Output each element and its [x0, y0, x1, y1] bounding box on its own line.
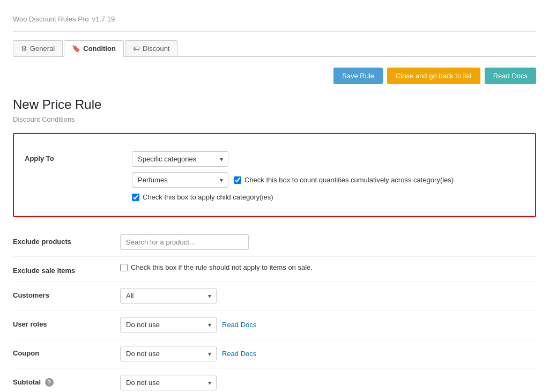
apply-to-sub: Perfumes Clothing Electronics Check this… [132, 172, 524, 188]
exclude-sale-items-label: Exclude sale items [13, 263, 120, 275]
app-title: Woo Discount Rules Pro v1.7.19 [13, 11, 536, 32]
coupon-select[interactable]: Do not use Specific coupon [120, 346, 217, 361]
apply-to-select-wrap: All products Specific categories Specifi… [132, 151, 228, 167]
coupon-select-wrap: Do not use Specific coupon [120, 346, 217, 361]
cumulative-checkbox[interactable] [234, 176, 241, 184]
subtotal-row: Subtotal ? Do not use Greater than Less … [13, 368, 536, 392]
action-bar: Save Rule Close and go back to list Read… [13, 68, 536, 84]
app-version: v1.7.19 [92, 15, 115, 23]
child-category-text: Check this box to apply child category(i… [143, 193, 273, 201]
subtotal-help-icon[interactable]: ? [45, 378, 54, 387]
app-name: Woo Discount Rules Pro [13, 15, 88, 23]
subtotal-control: Do not use Greater than Less than Betwee… [120, 375, 536, 390]
page-heading: New Price Rule [13, 97, 536, 112]
condition-icon: 🔖 [72, 45, 80, 53]
tab-condition[interactable]: 🔖 Condition [64, 40, 124, 57]
user-roles-label: User roles [13, 317, 120, 328]
customers-select-wrap: All Specific customers Customer roles [120, 288, 217, 304]
tab-general[interactable]: ⚙ General [13, 40, 63, 56]
apply-to-label: Apply To [25, 151, 132, 162]
exclude-sale-checkbox-label[interactable]: Check this box if the rule should not ap… [120, 263, 536, 271]
cumulative-checkbox-label[interactable]: Check this box to count quantities cumul… [234, 176, 454, 184]
user-roles-select-wrap: Do not use Administrator Editor Subscrib… [120, 317, 217, 332]
exclude-products-control [120, 234, 536, 250]
child-category-checkbox-label[interactable]: Check this box to apply child category(i… [132, 193, 524, 201]
apply-to-control: All products Specific categories Specifi… [132, 151, 524, 201]
exclude-products-label: Exclude products [13, 234, 120, 246]
customers-select[interactable]: All Specific customers Customer roles [120, 288, 217, 304]
exclude-sale-checkbox[interactable] [120, 264, 128, 271]
coupon-row: Coupon Do not use Specific coupon Read D… [13, 339, 536, 368]
coupon-control: Do not use Specific coupon Read Docs [120, 346, 536, 361]
tab-condition-label: Condition [83, 45, 116, 53]
subtotal-select-wrap: Do not use Greater than Less than Betwee… [120, 375, 217, 390]
coupon-label: Coupon [13, 346, 120, 357]
customers-row: Customers All Specific customers Custome… [13, 282, 536, 310]
apply-to-dropdown-wrap: All products Specific categories Specifi… [132, 151, 524, 167]
apply-to-row: Apply To All products Specific categorie… [25, 145, 524, 208]
cumulative-checkbox-text: Check this box to count quantities cumul… [244, 176, 454, 184]
read-docs-button[interactable]: Read Docs [485, 68, 536, 84]
apply-to-section: Apply To All products Specific categorie… [13, 133, 536, 217]
discount-icon: 🏷 [133, 45, 140, 53]
apply-to-select[interactable]: All products Specific categories Specifi… [132, 151, 228, 167]
tab-discount[interactable]: 🏷 Discount [125, 40, 178, 56]
close-back-button[interactable]: Close and go back to list [387, 68, 480, 84]
tab-general-label: General [30, 45, 55, 53]
page-wrapper: Woo Discount Rules Pro v1.7.19 ⚙ General… [0, 0, 549, 392]
customers-label: Customers [13, 288, 120, 299]
category-select-wrap: Perfumes Clothing Electronics [132, 172, 228, 188]
user-roles-select[interactable]: Do not use Administrator Editor Subscrib… [120, 317, 217, 332]
child-category-checkbox[interactable] [132, 194, 139, 201]
exclude-products-input[interactable] [120, 234, 249, 250]
category-select[interactable]: Perfumes Clothing Electronics [132, 172, 228, 188]
customers-control: All Specific customers Customer roles [120, 288, 536, 304]
user-roles-read-docs[interactable]: Read Docs [222, 321, 256, 329]
exclude-products-row: Exclude products [13, 228, 536, 257]
child-category-row: Check this box to apply child category(i… [132, 193, 524, 201]
subtotal-label: Subtotal ? [13, 375, 120, 387]
coupon-read-docs[interactable]: Read Docs [222, 350, 256, 358]
subtotal-select[interactable]: Do not use Greater than Less than Betwee… [120, 375, 217, 390]
save-rule-button[interactable]: Save Rule [333, 68, 383, 84]
subtotal-label-text: Subtotal [13, 378, 41, 386]
user-roles-control: Do not use Administrator Editor Subscrib… [120, 317, 536, 332]
user-roles-row: User roles Do not use Administrator Edit… [13, 310, 536, 339]
tab-discount-label: Discount [143, 45, 170, 53]
exclude-sale-items-row: Exclude sale items Check this box if the… [13, 257, 536, 282]
general-icon: ⚙ [21, 45, 27, 53]
section-label: Discount Conditions [13, 115, 536, 123]
exclude-sale-text: Check this box if the rule should not ap… [131, 263, 313, 271]
tabs-bar: ⚙ General 🔖 Condition 🏷 Discount [13, 40, 536, 57]
exclude-sale-items-control: Check this box if the rule should not ap… [120, 263, 536, 271]
